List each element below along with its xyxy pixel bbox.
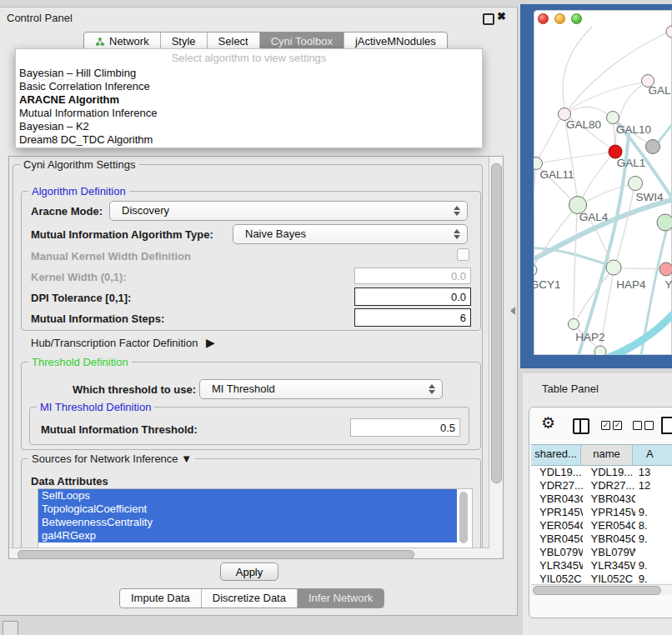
network-canvas[interactable]: GALGAL80GAL10GAL1GAL11SWI4GAL4GCY1HAP4YH… [534,10,672,355]
algorithm-option[interactable]: ARACNE Algorithm [18,93,479,107]
settings-horizontal-scrollbar[interactable] [9,548,489,559]
algorithm-option[interactable]: Bayesian – K2 [18,120,479,133]
list-scrollbar[interactable] [459,489,469,548]
network-edge[interactable] [657,115,672,143]
table-row[interactable]: YBR043CYBR043C [531,492,672,506]
network-edge[interactable] [543,152,609,162]
tab-discretize-data[interactable]: Discretize Data [201,589,297,608]
checked-checkbox-icon[interactable]: ✓ [613,421,622,430]
stepper-arrows-icon [428,383,434,395]
aracne-mode-select[interactable]: Discovery [109,201,468,221]
table-cell: YLR345W [583,559,635,572]
algorithm-option[interactable]: Mutual Information Inference [18,107,479,120]
data-attributes-list[interactable]: SelfLoopsTopologicalCoefficientBetweenne… [38,488,473,549]
network-edge[interactable] [569,82,644,109]
close-traffic-light-icon[interactable] [538,13,549,24]
float-window-icon[interactable] [483,13,494,25]
network-edge[interactable] [583,157,610,198]
network-node[interactable] [594,346,606,355]
column-header[interactable]: A [633,445,672,465]
node-label-gal10: GAL10 [616,123,651,136]
table-cell: YPR145W [531,506,583,519]
network-edge[interactable] [534,170,535,264]
column-header[interactable]: shared... [531,445,581,465]
table-cell: YBL079W [583,546,635,559]
checked-checkbox-icon[interactable]: ✓ [601,421,610,430]
algorithm-option[interactable]: Bayesian – Hill Climbing [18,67,479,80]
manual-kernel-width-checkbox[interactable] [457,248,469,261]
network-node-hap2[interactable] [569,319,579,330]
network-edge[interactable] [570,107,608,114]
table-horizontal-scrollbar[interactable] [531,584,672,595]
network-view-window[interactable]: GALGAL80GAL10GAL1GAL11SWI4GAL4GCY1HAP4YH… [534,10,672,355]
network-node-swi4[interactable] [629,177,643,191]
network-edge[interactable] [539,120,559,158]
unchecked-checkbox-icon[interactable] [633,421,642,430]
table-row[interactable]: YBL079WYBL079W [531,546,672,559]
node-label-gal11: GAL11 [539,168,574,181]
minimized-panel-icon[interactable] [3,621,18,635]
algorithm-option[interactable]: Dream8 DC_TDC Algorithm [18,133,479,147]
collapsed-disclosure-icon[interactable]: ▶ [201,336,215,349]
network-node-gcy1[interactable] [534,264,537,276]
network-edge[interactable] [569,32,670,108]
table-row[interactable]: YDR27...YDR27...12 [531,479,672,492]
network-edge[interactable] [574,214,577,318]
hub-definition-section[interactable]: Hub/Transcription Factor Definition ▶ [31,336,215,349]
dpi-tolerance-input[interactable] [354,288,471,306]
node-label-gal1: GAL1 [617,157,646,169]
data-attribute-item[interactable]: SelfLoops [38,489,457,502]
node-label-hap2: HAP2 [575,331,604,343]
table-cell: YIL052C [531,572,583,582]
network-node-y[interactable] [659,262,672,276]
table-row[interactable]: YDL19...YDL19...13 [531,466,672,479]
network-node[interactable] [666,26,672,38]
vertical-scrollbar-thumb[interactable] [491,163,502,483]
splitter-collapse-icon[interactable] [510,307,515,315]
data-attribute-item[interactable]: BetweennessCentrality [38,516,457,529]
settings-vertical-scrollbar[interactable] [489,157,503,558]
page-icon[interactable] [661,417,672,434]
network-node-hap4[interactable] [606,260,621,275]
network-node-gal10[interactable] [607,112,619,124]
table-row[interactable]: YBR045CYBR045C9. [531,532,672,546]
unchecked-checkbox-icon[interactable] [644,421,654,430]
horizontal-scrollbar-thumb[interactable] [18,550,414,559]
mi-threshold-input[interactable] [350,418,460,437]
which-threshold-label: Which threshold to use: [73,383,196,396]
split-columns-icon[interactable] [573,418,589,434]
kernel-width-input[interactable] [354,268,471,284]
network-node[interactable] [657,214,672,231]
mi-algorithm-type-select[interactable]: Naive Bayes [233,224,468,244]
tab-impute-data[interactable]: Impute Data [120,589,201,608]
selected-value: Naive Bayes [245,225,306,243]
gear-icon[interactable]: ⚙ [541,413,555,432]
network-edge[interactable] [621,268,659,269]
mi-steps-input[interactable] [354,308,471,327]
network-edge[interactable] [563,27,592,108]
which-threshold-select[interactable]: MI Threshold [199,379,443,399]
apply-button[interactable]: Apply [220,562,278,581]
zoom-traffic-light-icon[interactable] [571,13,582,24]
table-row[interactable]: YPR145WYPR145W9. [531,506,672,519]
network-edge[interactable] [534,198,672,262]
table-row[interactable]: YIL052CYIL052C9. [531,572,672,582]
node-label-gal4: GAL4 [579,211,609,223]
group-title[interactable]: Sources for Network Inference ▼ [28,452,195,465]
close-window-icon[interactable]: ✖ [497,10,506,22]
node-label-y: Y [664,278,672,291]
column-header[interactable]: name [581,445,633,465]
table-scrollbar-thumb[interactable] [533,586,661,595]
table-cell: 9. [635,572,672,582]
tab-infer-network[interactable]: Infer Network [297,589,384,608]
table-cell: YDR27... [531,479,583,492]
data-attribute-item[interactable]: gal4RGexp [38,529,457,542]
table-row[interactable]: YER054CYER054C8. [531,519,672,532]
data-attribute-item[interactable]: TopologicalCoefficient [38,502,457,516]
expanded-disclosure-icon[interactable]: ▼ [181,452,192,465]
table-row[interactable]: YLR345WYLR345W9. [531,559,672,572]
minimize-traffic-light-icon[interactable] [554,13,565,24]
network-node[interactable] [646,140,660,154]
list-scrollbar-thumb[interactable] [459,492,468,543]
algorithm-option[interactable]: Basic Correlation Inference [18,80,479,93]
